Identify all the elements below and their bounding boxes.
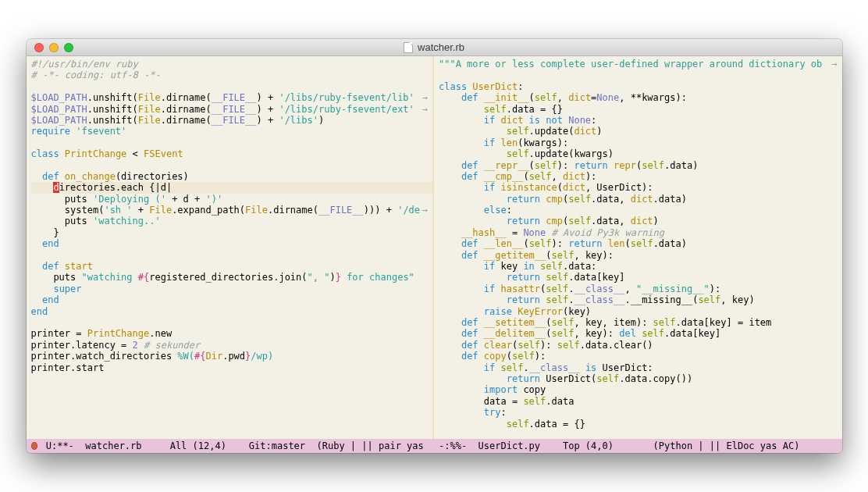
code-line[interactable]: def __init__(self, dict=None, **kwargs): (439, 92, 838, 103)
code-line[interactable]: def __cmp__(self, dict): (439, 171, 838, 182)
wrap-indicator-icon: → (422, 92, 428, 103)
code-line[interactable] (31, 250, 429, 261)
code-line[interactable]: puts 'watching..' (31, 216, 429, 226)
file-icon (404, 42, 413, 53)
code-line[interactable]: printer.start (31, 362, 429, 373)
code-line[interactable]: try: (439, 407, 838, 418)
zoom-icon[interactable] (64, 43, 73, 52)
code-line[interactable] (31, 137, 429, 148)
code-line[interactable]: __hash__ = None # Avoid Py3k warning (439, 227, 838, 238)
status-right: -:%%- UserDict.py Top (4,0) (Python | ||… (434, 440, 842, 451)
code-line[interactable]: puts 'Deploying (' + d + ')' (31, 194, 429, 205)
code-line[interactable]: $LOAD_PATH.unshift(File.dirname(__FILE__… (31, 115, 429, 126)
code-line[interactable]: if isinstance(dict, UserDict): (439, 182, 838, 193)
code-line[interactable]: $LOAD_PATH.unshift(File.dirname(__FILE__… (31, 92, 429, 103)
code-line[interactable] (439, 70, 838, 80)
wrap-indicator-icon: → (831, 59, 837, 70)
code-line[interactable]: def __delitem__(self, key): del self.dat… (439, 328, 838, 339)
traffic-lights (27, 43, 73, 52)
code-line[interactable]: self.update(kwargs) (439, 148, 838, 159)
code-line[interactable]: return cmp(self.data, dict.data) (439, 194, 838, 205)
code-line[interactable]: return UserDict(self.data.copy()) (439, 373, 838, 384)
window-title: watcher.rb (404, 41, 464, 53)
code-line[interactable]: system('sh ' + File.expand_path(File.dir… (31, 205, 429, 216)
status-left: U:**- watcher.rb All (12,4) Git:master (… (27, 440, 435, 451)
code-line[interactable]: data = self.data (439, 396, 838, 407)
code-line[interactable]: def __setitem__(self, key, item): self.d… (439, 317, 838, 328)
code-line[interactable] (31, 81, 429, 92)
status-right-text: -:%%- UserDict.py Top (4,0) (Python | ||… (439, 440, 839, 451)
code-line[interactable]: raise KeyError(key) (439, 306, 838, 317)
code-line[interactable]: require 'fsevent' (31, 126, 429, 137)
code-line[interactable]: self.data = {} (439, 104, 838, 115)
code-line[interactable]: def __repr__(self): return repr(self.dat… (439, 160, 838, 171)
code-line[interactable]: end (31, 294, 429, 305)
code-line[interactable]: if len(kwargs): (439, 137, 838, 148)
code-line[interactable]: # -*- coding: utf-8 -*- (31, 70, 429, 80)
code-line[interactable]: def on_change(directories) (31, 171, 429, 182)
code-line[interactable]: printer.watch_directories %W(#{Dir.pwd}/… (31, 351, 429, 362)
window-title-text: watcher.rb (418, 41, 464, 53)
code-line[interactable] (31, 160, 429, 171)
code-line[interactable]: def clear(self): self.data.clear() (439, 340, 838, 351)
code-line[interactable]: end (31, 306, 429, 317)
minimize-icon[interactable] (49, 43, 59, 52)
code-line[interactable]: def copy(self): (439, 351, 838, 362)
code-line[interactable]: if hasattr(self.__class__, "__missing__"… (439, 283, 838, 294)
titlebar: watcher.rb (27, 39, 842, 56)
code-line[interactable]: if key in self.data: (439, 261, 838, 272)
close-icon[interactable] (34, 43, 44, 52)
code-line[interactable]: end (31, 238, 429, 249)
code-line[interactable]: class PrintChange < FSEvent (31, 148, 429, 159)
code-line[interactable]: self.data = {} (439, 419, 838, 430)
code-line[interactable]: super (31, 283, 429, 294)
code-line[interactable]: puts "watching #{registered_directories.… (31, 272, 429, 283)
code-line[interactable]: directories.each {|d| (31, 182, 429, 193)
code-line[interactable]: self.update(dict) (439, 126, 838, 137)
code-line[interactable]: return self.data[key] (439, 272, 838, 283)
code-line[interactable] (31, 317, 429, 328)
code-line[interactable]: import copy (439, 384, 838, 395)
status-left-text: U:**- watcher.rb All (12,4) Git:master (… (41, 440, 430, 451)
code-line[interactable]: else: (439, 205, 838, 216)
code-line[interactable]: return self.__class__.__missing__(self, … (439, 294, 838, 305)
code-line[interactable]: #!/usr/bin/env ruby (31, 59, 429, 70)
code-line[interactable]: def __getitem__(self, key): (439, 250, 838, 261)
right-pane[interactable]: """A more or less complete user-defined … (434, 56, 842, 439)
code-line[interactable]: # if not d.match('^' + File.expand_path(… (428, 182, 434, 193)
left-pane[interactable]: #!/usr/bin/env ruby# -*- coding: utf-8 -… (27, 56, 435, 439)
code-line[interactable]: $LOAD_PATH.unshift(File.dirname(__FILE__… (31, 104, 429, 115)
code-line[interactable]: def __len__(self): return len(self.data) (439, 238, 838, 249)
code-line[interactable]: def start (31, 261, 429, 272)
code-line[interactable]: printer = PrintChange.new (31, 328, 429, 339)
code-line[interactable]: if dict is not None: (439, 115, 838, 126)
code-line[interactable]: printer.latency = 2 # sekunder (31, 340, 429, 351)
editor-window: watcher.rb #!/usr/bin/env ruby# -*- codi… (27, 39, 842, 453)
status-bar: U:**- watcher.rb All (12,4) Git:master (… (27, 439, 842, 453)
wrap-indicator-icon: → (422, 205, 428, 216)
code-line[interactable]: if self.__class__ is UserDict: (439, 362, 838, 373)
code-line[interactable]: class UserDict: (439, 81, 838, 92)
wrap-indicator-icon: → (422, 104, 428, 115)
code-line[interactable]: return cmp(self.data, dict) (439, 216, 838, 226)
editor-panes: #!/usr/bin/env ruby# -*- coding: utf-8 -… (27, 56, 842, 439)
code-line[interactable]: } (31, 227, 429, 238)
code-line[interactable]: """A more or less complete user-defined … (439, 59, 838, 70)
status-indicator-icon (31, 442, 37, 450)
